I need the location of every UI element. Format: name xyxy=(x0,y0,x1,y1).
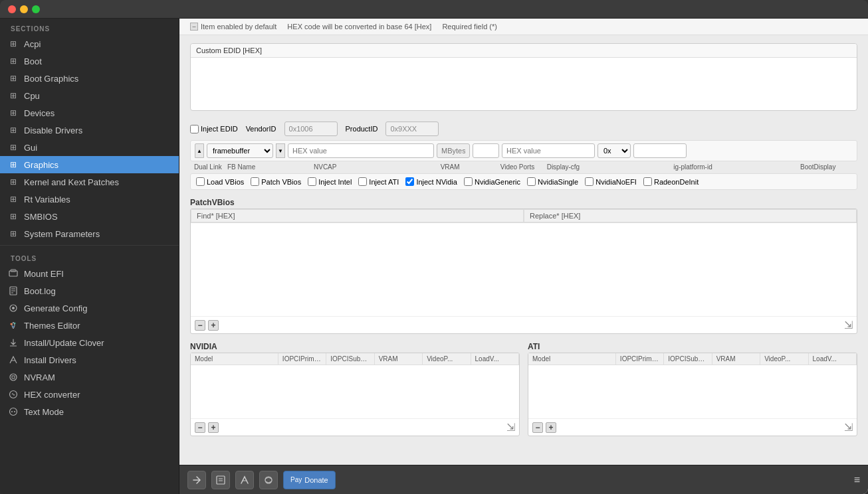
patch-controls-left: − + xyxy=(195,320,219,331)
sidebar-item-cpu[interactable]: Cpu xyxy=(0,87,179,104)
inject-nvidia-checkbox[interactable] xyxy=(405,177,414,186)
toolbar-btn-1[interactable] xyxy=(187,471,206,489)
sidebar-item-generate-config[interactable]: Generate Config xyxy=(0,299,179,317)
edid-textarea[interactable] xyxy=(196,63,851,103)
svg-point-16 xyxy=(11,411,13,412)
grid-icon xyxy=(8,211,19,222)
find-header: Find* [HEX] xyxy=(191,209,524,222)
fb-stepper-down[interactable]: ▼ xyxy=(276,143,285,158)
edid-title: Custom EDID [HEX] xyxy=(196,46,262,54)
sidebar-item-themes-editor[interactable]: Themes Editor xyxy=(0,317,179,334)
nvidia-import-icon[interactable]: ⇲ xyxy=(506,421,515,434)
patch-remove-button[interactable]: − xyxy=(195,320,205,331)
patch-import-icon[interactable]: ⇲ xyxy=(844,319,853,331)
sidebar-item-install-drivers[interactable]: Install Drivers xyxy=(0,351,179,369)
ig-platform-label: ig-platform-id xyxy=(673,163,800,171)
inject-intel-text: Inject Intel xyxy=(318,178,352,186)
inject-intel-checkbox[interactable] xyxy=(308,177,316,186)
nvidia-single-label[interactable]: NvidiaSingle xyxy=(527,177,578,186)
sidebar-item-smbios[interactable]: SMBIOS xyxy=(0,208,179,225)
sidebar-item-kernel-kext[interactable]: Kernel and Kext Patches xyxy=(0,173,179,191)
nvidia-generic-checkbox[interactable] xyxy=(464,177,473,186)
fb-mbytes-value[interactable] xyxy=(473,143,499,158)
grid-icon xyxy=(8,39,19,49)
ati-col-model: Model xyxy=(528,353,616,365)
inject-edid-checkbox[interactable] xyxy=(190,125,199,133)
toolbar-btn-2[interactable] xyxy=(211,471,230,489)
sidebar-item-system-parameters[interactable]: System Parameters xyxy=(0,225,179,242)
sidebar-item-acpi[interactable]: Acpi xyxy=(0,35,179,52)
ati-col-4: VideoP... xyxy=(760,353,808,365)
sidebar-item-disable-drivers[interactable]: Disable Drivers xyxy=(0,122,179,139)
maximize-button[interactable] xyxy=(32,5,40,13)
fb-hex-input[interactable] xyxy=(288,143,434,158)
nvidia-single-checkbox[interactable] xyxy=(527,177,536,186)
fb-stepper-up[interactable]: ▲ xyxy=(195,143,204,158)
nvidia-add-button[interactable]: + xyxy=(208,422,219,433)
sidebar-item-graphics[interactable]: Graphics xyxy=(0,156,179,173)
sidebar-item-rt-variables[interactable]: Rt Variables xyxy=(0,191,179,208)
nvidia-table-body xyxy=(191,365,519,418)
radeon-deinit-checkbox[interactable] xyxy=(643,177,652,186)
sidebar-divider xyxy=(0,245,179,246)
enabled-item: – Item enabled by default xyxy=(190,23,276,31)
inject-intel-label[interactable]: Inject Intel xyxy=(308,177,352,186)
close-button[interactable] xyxy=(8,5,16,13)
sidebar-item-text-mode[interactable]: Text Mode xyxy=(0,403,179,420)
framebuffer-select[interactable]: framebuffer xyxy=(207,143,273,158)
display-cfg-label: Display-cfg xyxy=(547,163,674,171)
sidebar-item-hex-converter[interactable]: HEX converter xyxy=(0,386,179,403)
inject-ati-text: Inject ATI xyxy=(369,178,399,186)
sidebar-item-label: Mount EFI xyxy=(24,269,64,279)
fb-extra-input[interactable] xyxy=(633,143,687,158)
donate-label: Donate xyxy=(304,476,328,484)
patch-add-button[interactable]: + xyxy=(208,320,219,331)
inject-nvidia-label[interactable]: Inject NVidia xyxy=(405,177,457,186)
load-vbios-label[interactable]: Load VBios xyxy=(196,177,244,186)
menu-icon[interactable]: ≡ xyxy=(854,474,860,486)
minimize-button[interactable] xyxy=(20,5,28,13)
sidebar-item-label: System Parameters xyxy=(24,229,100,239)
sidebar-item-label: Acpi xyxy=(24,39,41,49)
inject-edid-checkbox-label[interactable]: Inject EDID xyxy=(190,125,238,133)
toolbar-btn-3[interactable] xyxy=(235,471,254,489)
ati-import-icon[interactable]: ⇲ xyxy=(844,421,853,434)
sidebar-item-boot-log[interactable]: Boot.log xyxy=(0,282,179,299)
main-panel: – Item enabled by default HEX code will … xyxy=(179,19,868,494)
radeon-deinit-label[interactable]: RadeonDeInit xyxy=(643,177,699,186)
fb-0x-select[interactable]: 0x xyxy=(597,143,631,158)
ati-remove-button[interactable]: − xyxy=(532,422,543,433)
load-vbios-checkbox[interactable] xyxy=(196,177,205,186)
product-id-input[interactable] xyxy=(385,122,439,136)
edid-header: Custom EDID [HEX] xyxy=(191,44,857,58)
inject-ati-label[interactable]: Inject ATI xyxy=(358,177,399,186)
inject-ati-checkbox[interactable] xyxy=(358,177,367,186)
nvidia-generic-label[interactable]: NvidiaGeneric xyxy=(464,177,520,186)
fb-hex-value-input[interactable] xyxy=(502,143,595,158)
patch-vbios-checkbox[interactable] xyxy=(251,177,259,186)
sidebar-item-label: Kernel and Kext Patches xyxy=(24,177,119,187)
install-drivers-icon xyxy=(8,355,19,365)
ati-add-button[interactable]: + xyxy=(546,422,556,433)
sidebar-item-boot-graphics[interactable]: Boot Graphics xyxy=(0,70,179,87)
sidebar-item-install-clover[interactable]: Install/Update Clover xyxy=(0,334,179,351)
sidebar-item-devices[interactable]: Devices xyxy=(0,104,179,122)
required-label: Required field (*) xyxy=(442,23,497,31)
nvidia-remove-button[interactable]: − xyxy=(195,422,205,433)
donate-button[interactable]: Pay Donate xyxy=(283,471,336,489)
scroll-content[interactable]: Custom EDID [HEX] Inject EDID VendorID P… xyxy=(179,35,868,465)
toolbar-btn-4[interactable] xyxy=(259,471,278,489)
hex-converter-icon xyxy=(8,389,19,400)
sidebar-item-mount-efi[interactable]: Mount EFI xyxy=(0,265,179,282)
sidebar-item-gui[interactable]: Gui xyxy=(0,139,179,156)
nvidia-no-efi-text: NvidiaNoEFI xyxy=(596,178,637,186)
themes-editor-icon xyxy=(8,320,19,331)
nvidia-no-efi-label[interactable]: NvidiaNoEFI xyxy=(585,177,637,186)
sidebar-item-boot[interactable]: Boot xyxy=(0,52,179,70)
ati-col-3: VRAM xyxy=(712,353,760,365)
nvidia-col-5: LoadV... xyxy=(471,353,519,365)
nvidia-no-efi-checkbox[interactable] xyxy=(585,177,594,186)
sidebar-item-nvram[interactable]: NVRAM xyxy=(0,369,179,386)
vendor-id-input[interactable] xyxy=(284,122,338,136)
patch-vbios-label[interactable]: Patch VBios xyxy=(251,177,301,186)
